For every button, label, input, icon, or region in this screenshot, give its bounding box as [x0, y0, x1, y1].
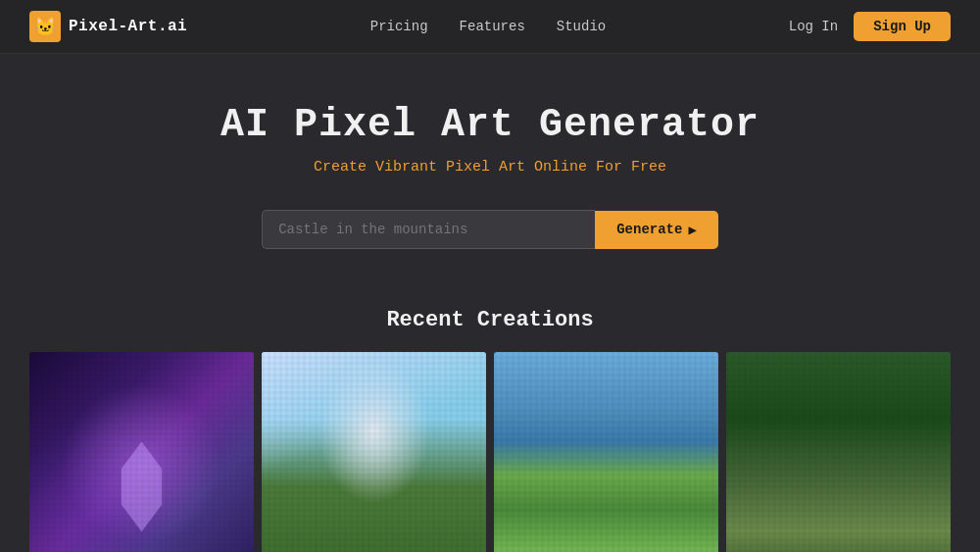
gallery-item-valley[interactable]: Bright valley leading to mou... — [262, 352, 486, 552]
gallery-image-raccoon — [726, 352, 951, 552]
nav-link-studio[interactable]: Studio — [557, 19, 606, 34]
gallery-image-valley — [262, 352, 486, 552]
gallery-item-raccoon[interactable]: Raccoon in the Forest — [726, 352, 951, 552]
login-button[interactable]: Log In — [789, 19, 838, 34]
gallery-item-island[interactable]: Island in the sky — [494, 352, 718, 552]
logo[interactable]: 🐱 Pixel-Art.ai — [29, 11, 187, 42]
gallery-image-island — [494, 352, 718, 552]
hero-title: AI Pixel Art Generator — [20, 103, 960, 147]
signup-button[interactable]: Sign Up — [854, 12, 951, 41]
gallery-item-cosmic[interactable]: A cosmic turtle — [29, 352, 254, 552]
recent-section: Recent Creations A cosmic turtle Bright … — [0, 288, 980, 552]
nav-links: Pricing Features Studio — [370, 19, 606, 34]
navbar: 🐱 Pixel-Art.ai Pricing Features Studio L… — [0, 0, 980, 54]
generate-button[interactable]: Generate ▶ — [595, 211, 718, 249]
hero-section: AI Pixel Art Generator Create Vibrant Pi… — [0, 54, 980, 288]
hero-subtitle: Create Vibrant Pixel Art Online For Free — [20, 159, 960, 176]
recent-title: Recent Creations — [29, 308, 951, 332]
nav-link-pricing[interactable]: Pricing — [370, 19, 428, 34]
nav-actions: Log In Sign Up — [789, 12, 951, 41]
search-area: Generate ▶ — [20, 210, 960, 249]
gallery-image-cosmic — [29, 352, 254, 552]
nav-link-features[interactable]: Features — [460, 19, 525, 34]
logo-icon: 🐱 — [29, 11, 61, 42]
prompt-input[interactable] — [262, 210, 595, 249]
gallery-grid: A cosmic turtle Bright valley leading to… — [29, 352, 951, 552]
logo-text: Pixel-Art.ai — [69, 18, 187, 35]
arrow-icon: ▶ — [688, 222, 696, 238]
